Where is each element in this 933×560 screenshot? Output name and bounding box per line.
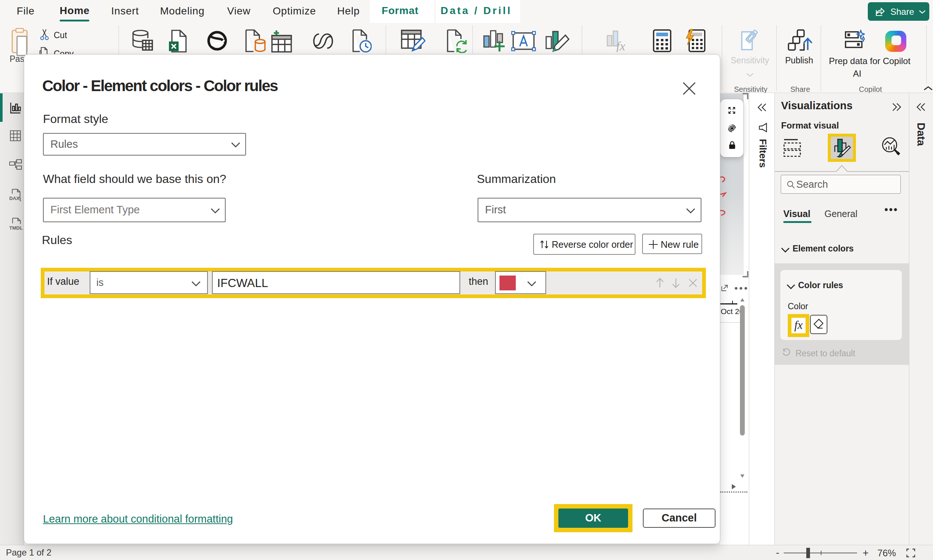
svg-text:DAX: DAX: [9, 195, 20, 201]
svg-text:TMDL: TMDL: [9, 225, 23, 231]
svg-text:fx: fx: [616, 39, 625, 52]
